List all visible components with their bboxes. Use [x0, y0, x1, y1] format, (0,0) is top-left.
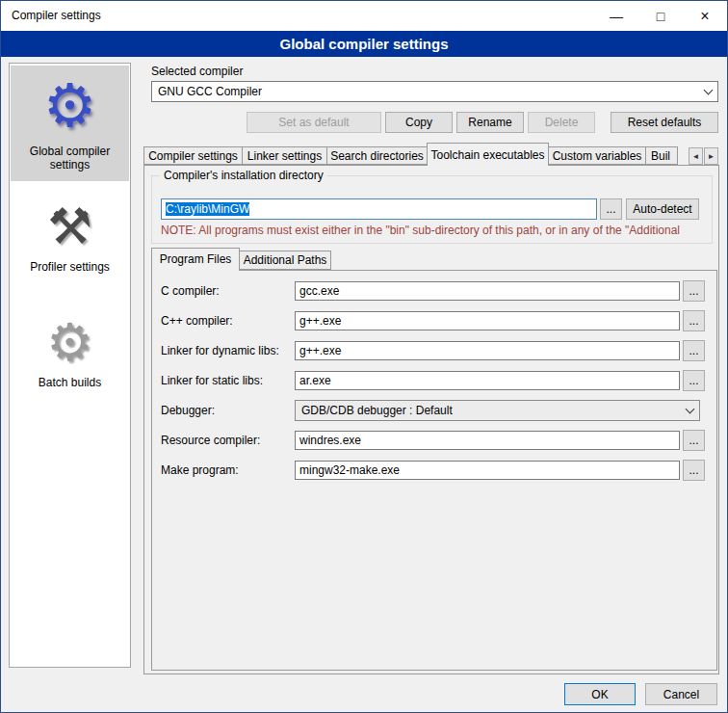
tab-build-options-clipped[interactable]: Buil [645, 146, 678, 165]
cpp-compiler-browse-button[interactable]: ... [683, 310, 705, 331]
tab-toolchain-executables[interactable]: Toolchain executables [427, 143, 549, 166]
window-controls: — □ × [594, 1, 727, 31]
cpp-compiler-label: C++ compiler: [161, 314, 233, 328]
debugger-select[interactable]: GDB/CDB debugger : Default [295, 400, 700, 421]
tab-scroll-right-button[interactable]: ► [704, 147, 718, 165]
static-linker-input[interactable] [295, 371, 680, 390]
resource-compiler-browse-button[interactable]: ... [683, 430, 705, 451]
subtab-additional-paths[interactable]: Additional Paths [239, 251, 331, 270]
subtab-program-files[interactable]: Program Files [151, 248, 240, 271]
tab-scroll-right-icon: ► [708, 152, 715, 161]
tab-linker-settings[interactable]: Linker settings [242, 146, 327, 165]
titlebar: Compiler settings — □ × [1, 1, 727, 31]
delete-button[interactable]: Delete [528, 112, 595, 133]
installation-directory-group-label: Compiler's installation directory [160, 169, 327, 182]
close-button[interactable]: × [683, 1, 727, 31]
minimize-icon: — [610, 9, 623, 24]
static-linker-browse-button[interactable]: ... [683, 370, 705, 391]
settings-category-sidebar: ⚙ Global compiler settings ⚒ Profiler se… [9, 63, 131, 668]
compiler-select[interactable]: GNU GCC Compiler [151, 81, 718, 102]
tab-compiler-settings[interactable]: Compiler settings [143, 146, 243, 165]
c-compiler-browse-button[interactable]: ... [683, 280, 705, 302]
cpp-compiler-input[interactable] [295, 311, 680, 330]
debugger-label: Debugger: [161, 404, 215, 417]
compiler-select-value: GNU GCC Compiler [158, 82, 262, 101]
install-dir-note: NOTE: All programs must exist either in … [161, 224, 707, 237]
sidebar-item-batch-builds[interactable]: ⚙ Batch builds [11, 306, 129, 397]
make-program-label: Make program: [161, 463, 239, 477]
maximize-button[interactable]: □ [638, 1, 683, 31]
batch-builds-icon: ⚙ [11, 310, 129, 374]
cancel-button[interactable]: Cancel [645, 683, 717, 705]
profiler-icon: ⚒ [11, 195, 129, 258]
close-icon: × [700, 8, 709, 25]
make-program-browse-button[interactable]: ... [683, 460, 705, 481]
dynamic-linker-input[interactable] [295, 341, 680, 360]
install-dir-input[interactable]: C:\raylib\MinGW [161, 198, 597, 220]
auto-detect-button[interactable]: Auto-detect [626, 198, 699, 220]
install-dir-value: C:\raylib\MinGW [166, 202, 249, 216]
sidebar-item-profiler-settings[interactable]: ⚒ Profiler settings [11, 191, 129, 281]
sidebar-item-label: Batch builds [11, 374, 129, 397]
c-compiler-label: C compiler: [161, 284, 220, 298]
tab-search-directories[interactable]: Search directories [326, 146, 428, 165]
chevron-down-icon [698, 82, 717, 101]
make-program-input[interactable] [295, 461, 680, 480]
static-linker-label: Linker for static libs: [161, 374, 263, 387]
maximize-icon: □ [657, 9, 664, 24]
copy-button[interactable]: Copy [385, 112, 453, 133]
debugger-select-value: GDB/CDB debugger : Default [301, 401, 453, 420]
minimize-button[interactable]: — [594, 1, 638, 31]
tab-scroll-left-icon: ◄ [692, 152, 700, 161]
reset-defaults-button[interactable]: Reset defaults [611, 112, 718, 133]
ok-button[interactable]: OK [564, 683, 636, 705]
resource-compiler-label: Resource compiler: [161, 434, 260, 447]
tab-custom-variables[interactable]: Custom variables [548, 146, 646, 165]
dynamic-linker-browse-button[interactable]: ... [683, 340, 705, 361]
sidebar-item-global-compiler-settings[interactable]: ⚙ Global compiler settings [11, 66, 129, 181]
resource-compiler-input[interactable] [295, 431, 680, 450]
sidebar-item-label: Global compiler settings [11, 143, 129, 179]
sidebar-item-label: Profiler settings [11, 258, 129, 281]
c-compiler-input[interactable] [295, 281, 680, 301]
selected-compiler-label: Selected compiler [151, 65, 243, 78]
compiler-settings-dialog: Compiler settings — □ × Global compiler … [0, 0, 728, 713]
set-as-default-button[interactable]: Set as default [247, 112, 381, 133]
window-title: Compiler settings [12, 9, 101, 22]
tab-scroll-left-button[interactable]: ◄ [689, 147, 703, 165]
rename-button[interactable]: Rename [456, 112, 524, 133]
chevron-down-icon [680, 401, 699, 420]
dynamic-linker-label: Linker for dynamic libs: [161, 344, 279, 357]
dialog-header-title: Global compiler settings [1, 31, 727, 57]
install-dir-browse-button[interactable]: ... [600, 198, 622, 220]
global-compiler-gear-icon: ⚙ [11, 69, 129, 143]
